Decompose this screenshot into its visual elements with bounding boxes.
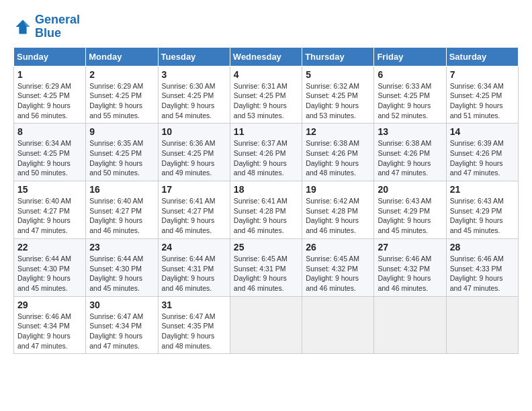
calendar-cell: 31Sunrise: 6:47 AMSunset: 4:35 PMDayligh… xyxy=(158,296,230,354)
day-info: Sunrise: 6:43 AMSunset: 4:29 PMDaylight:… xyxy=(450,196,515,236)
day-info: Sunrise: 6:32 AMSunset: 4:25 PMDaylight:… xyxy=(306,81,370,121)
day-number: 6 xyxy=(378,69,442,80)
day-info: Sunrise: 6:34 AMSunset: 4:25 PMDaylight:… xyxy=(450,81,515,121)
day-number: 21 xyxy=(450,184,515,195)
calendar-cell: 5Sunrise: 6:32 AMSunset: 4:25 PMDaylight… xyxy=(302,66,374,124)
day-info: Sunrise: 6:46 AMSunset: 4:32 PMDaylight:… xyxy=(378,254,442,293)
day-info: Sunrise: 6:31 AMSunset: 4:25 PMDaylight:… xyxy=(234,81,298,121)
calendar-cell: 9Sunrise: 6:35 AMSunset: 4:25 PMDaylight… xyxy=(86,124,158,181)
calendar-table: SundayMondayTuesdayWednesdayThursdayFrid… xyxy=(13,47,519,355)
calendar-cell: 7Sunrise: 6:34 AMSunset: 4:25 PMDaylight… xyxy=(446,66,518,124)
day-number: 12 xyxy=(306,126,370,137)
day-info: Sunrise: 6:36 AMSunset: 4:25 PMDaylight:… xyxy=(162,138,226,178)
day-info: Sunrise: 6:34 AMSunset: 4:25 PMDaylight:… xyxy=(17,138,82,178)
day-info: Sunrise: 6:29 AMSunset: 4:25 PMDaylight:… xyxy=(17,81,82,121)
calendar-week-3: 15Sunrise: 6:40 AMSunset: 4:27 PMDayligh… xyxy=(14,181,519,239)
day-number: 4 xyxy=(234,69,298,80)
calendar-cell: 16Sunrise: 6:40 AMSunset: 4:27 PMDayligh… xyxy=(86,181,158,239)
day-info: Sunrise: 6:42 AMSunset: 4:28 PMDaylight:… xyxy=(306,196,370,236)
page-header: General Blue xyxy=(13,13,519,40)
day-number: 24 xyxy=(162,242,226,253)
day-number: 27 xyxy=(378,242,442,253)
calendar-cell: 19Sunrise: 6:42 AMSunset: 4:28 PMDayligh… xyxy=(302,181,374,239)
calendar-cell: 4Sunrise: 6:31 AMSunset: 4:25 PMDaylight… xyxy=(230,66,302,124)
calendar-week-4: 22Sunrise: 6:44 AMSunset: 4:30 PMDayligh… xyxy=(14,238,519,296)
calendar-cell xyxy=(374,296,446,354)
day-info: Sunrise: 6:40 AMSunset: 4:27 PMDaylight:… xyxy=(89,196,154,236)
day-info: Sunrise: 6:47 AMSunset: 4:35 PMDaylight:… xyxy=(162,312,226,351)
calendar-cell xyxy=(302,296,374,354)
calendar-cell: 11Sunrise: 6:37 AMSunset: 4:26 PMDayligh… xyxy=(230,124,302,181)
day-info: Sunrise: 6:47 AMSunset: 4:34 PMDaylight:… xyxy=(89,312,154,351)
day-info: Sunrise: 6:41 AMSunset: 4:27 PMDaylight:… xyxy=(162,196,226,236)
calendar-cell: 28Sunrise: 6:46 AMSunset: 4:33 PMDayligh… xyxy=(446,238,518,296)
day-info: Sunrise: 6:40 AMSunset: 4:27 PMDaylight:… xyxy=(17,196,82,236)
day-number: 11 xyxy=(234,126,298,137)
logo-icon xyxy=(13,17,32,36)
day-number: 15 xyxy=(17,184,82,195)
day-number: 14 xyxy=(450,126,515,137)
calendar-cell: 1Sunrise: 6:29 AMSunset: 4:25 PMDaylight… xyxy=(14,66,86,124)
day-number: 22 xyxy=(17,242,82,253)
weekday-header-wednesday: Wednesday xyxy=(230,47,302,66)
day-number: 26 xyxy=(306,242,370,253)
day-number: 30 xyxy=(89,300,154,310)
day-number: 10 xyxy=(162,126,226,137)
calendar-cell: 26Sunrise: 6:45 AMSunset: 4:32 PMDayligh… xyxy=(302,238,374,296)
day-number: 19 xyxy=(306,184,370,195)
day-info: Sunrise: 6:38 AMSunset: 4:26 PMDaylight:… xyxy=(306,138,370,178)
calendar-cell: 3Sunrise: 6:30 AMSunset: 4:25 PMDaylight… xyxy=(158,66,230,124)
day-number: 16 xyxy=(89,184,154,195)
day-number: 9 xyxy=(89,126,154,137)
day-info: Sunrise: 6:37 AMSunset: 4:26 PMDaylight:… xyxy=(234,138,298,178)
day-number: 25 xyxy=(234,242,298,253)
day-info: Sunrise: 6:43 AMSunset: 4:29 PMDaylight:… xyxy=(378,196,442,236)
calendar-cell: 29Sunrise: 6:46 AMSunset: 4:34 PMDayligh… xyxy=(14,296,86,354)
calendar-cell xyxy=(230,296,302,354)
day-info: Sunrise: 6:44 AMSunset: 4:30 PMDaylight:… xyxy=(17,254,82,293)
calendar-cell: 17Sunrise: 6:41 AMSunset: 4:27 PMDayligh… xyxy=(158,181,230,239)
calendar-cell: 2Sunrise: 6:29 AMSunset: 4:25 PMDaylight… xyxy=(86,66,158,124)
day-info: Sunrise: 6:44 AMSunset: 4:31 PMDaylight:… xyxy=(162,254,226,293)
weekday-header-sunday: Sunday xyxy=(14,47,86,66)
day-info: Sunrise: 6:44 AMSunset: 4:30 PMDaylight:… xyxy=(89,254,154,293)
day-number: 7 xyxy=(450,69,515,80)
day-number: 31 xyxy=(162,300,226,310)
day-info: Sunrise: 6:46 AMSunset: 4:34 PMDaylight:… xyxy=(17,312,82,351)
day-number: 3 xyxy=(162,69,226,80)
day-info: Sunrise: 6:39 AMSunset: 4:26 PMDaylight:… xyxy=(450,138,515,178)
calendar-cell: 22Sunrise: 6:44 AMSunset: 4:30 PMDayligh… xyxy=(14,238,86,296)
calendar-cell: 13Sunrise: 6:38 AMSunset: 4:26 PMDayligh… xyxy=(374,124,446,181)
day-number: 18 xyxy=(234,184,298,195)
calendar-cell: 14Sunrise: 6:39 AMSunset: 4:26 PMDayligh… xyxy=(446,124,518,181)
day-info: Sunrise: 6:35 AMSunset: 4:25 PMDaylight:… xyxy=(89,138,154,178)
day-number: 8 xyxy=(17,126,82,137)
logo: General Blue xyxy=(13,13,80,40)
calendar-cell: 12Sunrise: 6:38 AMSunset: 4:26 PMDayligh… xyxy=(302,124,374,181)
day-number: 1 xyxy=(17,69,82,80)
calendar-cell: 6Sunrise: 6:33 AMSunset: 4:25 PMDaylight… xyxy=(374,66,446,124)
day-info: Sunrise: 6:46 AMSunset: 4:33 PMDaylight:… xyxy=(450,254,515,293)
calendar-cell: 15Sunrise: 6:40 AMSunset: 4:27 PMDayligh… xyxy=(14,181,86,239)
day-number: 23 xyxy=(89,242,154,253)
calendar-week-5: 29Sunrise: 6:46 AMSunset: 4:34 PMDayligh… xyxy=(14,296,519,354)
logo-text: General Blue xyxy=(35,13,80,40)
day-info: Sunrise: 6:45 AMSunset: 4:32 PMDaylight:… xyxy=(306,254,370,293)
calendar-cell: 27Sunrise: 6:46 AMSunset: 4:32 PMDayligh… xyxy=(374,238,446,296)
calendar-cell: 25Sunrise: 6:45 AMSunset: 4:31 PMDayligh… xyxy=(230,238,302,296)
day-info: Sunrise: 6:30 AMSunset: 4:25 PMDaylight:… xyxy=(162,81,226,121)
day-number: 13 xyxy=(378,126,442,137)
day-info: Sunrise: 6:45 AMSunset: 4:31 PMDaylight:… xyxy=(234,254,298,293)
calendar-cell xyxy=(446,296,518,354)
calendar-cell: 20Sunrise: 6:43 AMSunset: 4:29 PMDayligh… xyxy=(374,181,446,239)
calendar-cell: 18Sunrise: 6:41 AMSunset: 4:28 PMDayligh… xyxy=(230,181,302,239)
day-number: 17 xyxy=(162,184,226,195)
day-info: Sunrise: 6:29 AMSunset: 4:25 PMDaylight:… xyxy=(89,81,154,121)
weekday-header-saturday: Saturday xyxy=(446,47,518,66)
calendar-cell: 8Sunrise: 6:34 AMSunset: 4:25 PMDaylight… xyxy=(14,124,86,181)
day-info: Sunrise: 6:33 AMSunset: 4:25 PMDaylight:… xyxy=(378,81,442,121)
calendar-cell: 30Sunrise: 6:47 AMSunset: 4:34 PMDayligh… xyxy=(86,296,158,354)
calendar-cell: 23Sunrise: 6:44 AMSunset: 4:30 PMDayligh… xyxy=(86,238,158,296)
day-info: Sunrise: 6:41 AMSunset: 4:28 PMDaylight:… xyxy=(234,196,298,236)
calendar-cell: 10Sunrise: 6:36 AMSunset: 4:25 PMDayligh… xyxy=(158,124,230,181)
